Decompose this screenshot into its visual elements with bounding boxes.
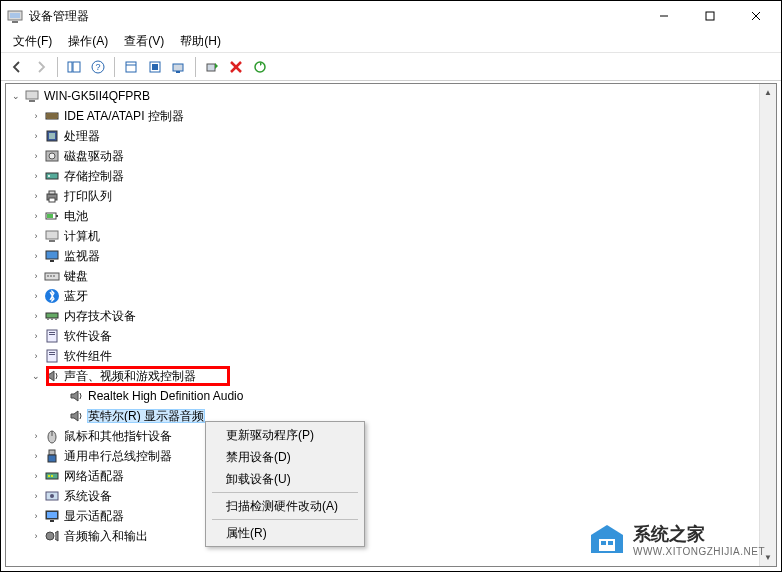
node-label: 音频输入和输出: [64, 530, 148, 542]
tree-root[interactable]: ⌄ WIN-GK5II4QFPRB: [6, 86, 776, 106]
tree-item-ide[interactable]: › IDE ATA/ATAPI 控制器: [6, 106, 776, 126]
keyboard-icon: [44, 268, 60, 284]
svg-rect-38: [46, 231, 58, 239]
expand-icon[interactable]: ›: [30, 530, 42, 542]
tree-item-printq[interactable]: › 打印队列: [6, 186, 776, 206]
svg-rect-39: [49, 240, 55, 242]
tree-item-sound[interactable]: ⌄ 声音、视频和游戏控制器: [6, 366, 776, 386]
node-label: 蓝牙: [64, 290, 88, 302]
expand-icon[interactable]: ›: [30, 470, 42, 482]
svg-rect-59: [49, 450, 55, 455]
expand-icon[interactable]: ›: [30, 430, 42, 442]
svg-text:?: ?: [95, 62, 100, 72]
expand-icon[interactable]: ›: [30, 210, 42, 222]
audioio-icon: [44, 528, 60, 544]
tree-item-ram[interactable]: › 内存技术设备: [6, 306, 776, 326]
net-icon: [44, 468, 60, 484]
tree-item-computer[interactable]: › 计算机: [6, 226, 776, 246]
expand-icon[interactable]: ›: [30, 490, 42, 502]
svg-rect-15: [173, 64, 183, 71]
tree-item-battery[interactable]: › 电池: [6, 206, 776, 226]
menu-file[interactable]: 文件(F): [5, 31, 60, 52]
menu-view[interactable]: 查看(V): [116, 31, 172, 52]
expand-icon: [54, 410, 66, 422]
svg-rect-36: [56, 215, 58, 217]
ctx-update-driver[interactable]: 更新驱动程序(P): [208, 424, 362, 446]
node-label: 电池: [64, 210, 88, 222]
vertical-scrollbar[interactable]: ▲ ▼: [759, 84, 776, 566]
sw-icon: [44, 348, 60, 364]
chip-icon: [44, 128, 60, 144]
close-button[interactable]: [733, 1, 779, 31]
ctx-properties[interactable]: 属性(R): [208, 522, 362, 544]
menu-action[interactable]: 操作(A): [60, 31, 116, 52]
sound-icon: [68, 408, 84, 424]
ram-icon: [44, 308, 60, 324]
svg-rect-53: [49, 334, 55, 335]
node-label: WIN-GK5II4QFPRB: [44, 90, 150, 102]
tree-item-keyboard[interactable]: › 键盘: [6, 266, 776, 286]
svg-rect-7: [68, 62, 72, 72]
tree-item-monitor[interactable]: › 监视器: [6, 246, 776, 266]
scan-hardware-button[interactable]: [168, 56, 190, 78]
toolbar: ?: [1, 53, 781, 81]
tree-item-network[interactable]: › 网络适配器: [6, 466, 776, 486]
expand-icon[interactable]: ›: [30, 250, 42, 262]
expand-icon[interactable]: ›: [30, 110, 42, 122]
pc-icon: [44, 228, 60, 244]
properties-button[interactable]: [120, 56, 142, 78]
minimize-button[interactable]: [641, 1, 687, 31]
expand-icon[interactable]: ›: [30, 230, 42, 242]
node-label: 英特尔(R) 显示器音频: [88, 410, 204, 422]
menu-help[interactable]: 帮助(H): [172, 31, 229, 52]
svg-rect-56: [49, 354, 55, 355]
update-drivers-button[interactable]: [144, 56, 166, 78]
tree-item-usb[interactable]: › 通用串行总线控制器: [6, 446, 776, 466]
back-button[interactable]: [6, 56, 28, 78]
expand-icon[interactable]: ⌄: [10, 90, 22, 102]
uninstall-device-button[interactable]: [225, 56, 247, 78]
ctx-uninstall-device[interactable]: 卸载设备(U): [208, 468, 362, 490]
tree-item-swcomp[interactable]: › 软件组件: [6, 346, 776, 366]
enable-device-button[interactable]: [201, 56, 223, 78]
tree-item-intel-display-audio[interactable]: 英特尔(R) 显示器音频: [6, 406, 776, 426]
node-label: 鼠标和其他指针设备: [64, 430, 172, 442]
tree-item-bluetooth[interactable]: › 蓝牙: [6, 286, 776, 306]
tree-item-cpu[interactable]: › 处理器: [6, 126, 776, 146]
node-label: 显示适配器: [64, 510, 124, 522]
expand-icon[interactable]: ›: [30, 330, 42, 342]
tree-item-storage[interactable]: › 存储控制器: [6, 166, 776, 186]
ctx-scan-hardware[interactable]: 扫描检测硬件改动(A): [208, 495, 362, 517]
help-button[interactable]: ?: [87, 56, 109, 78]
sound-icon: [68, 388, 84, 404]
expand-icon[interactable]: ›: [30, 350, 42, 362]
tree-item-display[interactable]: › 显示适配器: [6, 506, 776, 526]
svg-rect-2: [10, 13, 20, 18]
expand-icon[interactable]: ›: [30, 290, 42, 302]
expand-icon[interactable]: ›: [30, 510, 42, 522]
expand-icon[interactable]: ›: [30, 310, 42, 322]
ctx-disable-device[interactable]: 禁用设备(D): [208, 446, 362, 468]
mouse-icon: [44, 428, 60, 444]
svg-point-69: [46, 532, 54, 540]
tree-item-system[interactable]: › 系统设备: [6, 486, 776, 506]
tree-item-audioio[interactable]: › 音频输入和输出: [6, 526, 776, 546]
device-manager-icon: [7, 8, 23, 24]
tree-item-mouse[interactable]: › 鼠标和其他指针设备: [6, 426, 776, 446]
expand-icon[interactable]: ›: [30, 130, 42, 142]
svg-rect-50: [55, 318, 57, 320]
node-label: 打印队列: [64, 190, 112, 202]
expand-icon[interactable]: ⌄: [30, 370, 42, 382]
expand-icon[interactable]: ›: [30, 270, 42, 282]
tree-item-diskdrive[interactable]: › 磁盘驱动器: [6, 146, 776, 166]
tree-item-swdev[interactable]: › 软件设备: [6, 326, 776, 346]
show-hide-tree-button[interactable]: [63, 56, 85, 78]
forward-button[interactable]: [30, 56, 52, 78]
expand-icon[interactable]: ›: [30, 170, 42, 182]
scan-for-changes-button[interactable]: [249, 56, 271, 78]
tree-item-realtek-audio[interactable]: Realtek High Definition Audio: [6, 386, 776, 406]
maximize-button[interactable]: [687, 1, 733, 31]
expand-icon[interactable]: ›: [30, 450, 42, 462]
expand-icon[interactable]: ›: [30, 190, 42, 202]
expand-icon[interactable]: ›: [30, 150, 42, 162]
